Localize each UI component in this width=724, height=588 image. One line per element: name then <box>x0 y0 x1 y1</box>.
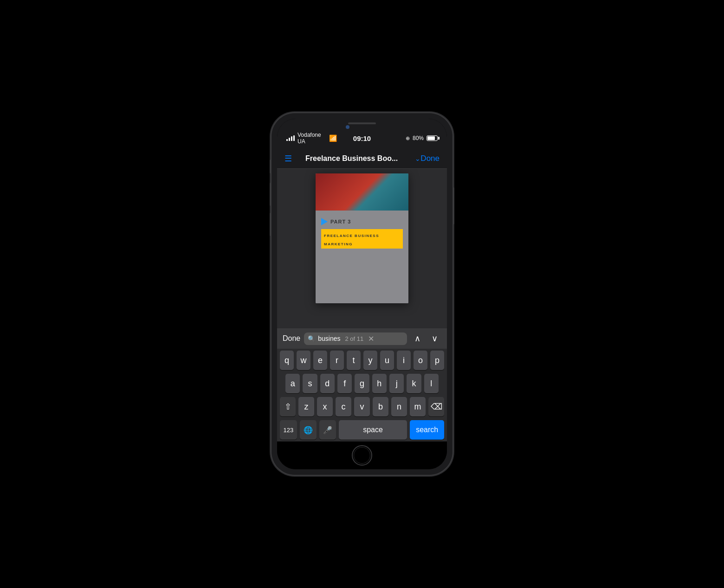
status-bar: Vodafone UA 📶 09:10 ⊕ 80% <box>277 128 447 148</box>
key-a[interactable]: a <box>285 374 300 393</box>
search-next-button[interactable]: ∨ <box>428 332 441 345</box>
shift-key[interactable]: ⇧ <box>280 397 296 416</box>
camera-dot <box>346 125 349 129</box>
screen-content: Vodafone UA 📶 09:10 ⊕ 80% ☰ Fr <box>277 119 447 469</box>
battery-percent: 80% <box>413 135 424 141</box>
search-icon: 🔍 <box>308 335 315 342</box>
key-q[interactable]: q <box>280 351 294 370</box>
keyboard-row-3: ⇧ z x c v b n m ⌫ <box>277 395 447 418</box>
book-page-main: PART 3 FREELANCE BUSINESS MARKETING <box>316 211 408 303</box>
key-s[interactable]: s <box>303 374 317 393</box>
nav-done-button[interactable]: Done <box>420 154 440 163</box>
key-o[interactable]: o <box>414 351 427 370</box>
globe-key[interactable]: 🌐 <box>300 420 317 440</box>
highlight-bar: FREELANCE BUSINESS MARKETING <box>321 229 403 249</box>
part-label: PART 3 <box>330 219 351 224</box>
keyboard-row-2: a s d f g h j k l <box>277 372 447 395</box>
mic-key[interactable]: 🎤 <box>319 420 336 440</box>
dropdown-icon[interactable]: ⌄ <box>415 155 420 162</box>
key-f[interactable]: f <box>337 374 352 393</box>
key-p[interactable]: p <box>430 351 444 370</box>
part-label-container: PART 3 <box>321 218 403 225</box>
search-key[interactable]: search <box>410 420 444 440</box>
highlight-text: FREELANCE BUSINESS MARKETING <box>324 234 379 246</box>
keyboard-row-bottom: 123 🌐 🎤 space search <box>277 418 447 441</box>
phone-screen: Vodafone UA 📶 09:10 ⊕ 80% ☰ Fr <box>277 119 447 469</box>
book-cover-top <box>316 173 408 211</box>
battery-icon <box>427 135 438 141</box>
home-button[interactable] <box>352 445 372 466</box>
space-key[interactable]: space <box>339 420 407 440</box>
key-x[interactable]: x <box>317 397 333 416</box>
key-c[interactable]: c <box>336 397 351 416</box>
volume-down-button[interactable] <box>270 213 272 236</box>
search-clear-button[interactable]: ✕ <box>368 334 374 343</box>
key-b[interactable]: b <box>373 397 388 416</box>
status-right: ⊕ 80% <box>387 135 438 141</box>
location-icon: ⊕ <box>406 135 410 141</box>
part-triangle-icon <box>321 218 328 225</box>
carrier-name: Vodafone UA <box>297 132 326 145</box>
menu-icon[interactable]: ☰ <box>284 153 292 164</box>
carrier-area: Vodafone UA 📶 <box>286 132 337 145</box>
top-notch <box>277 119 447 128</box>
nav-title: Freelance Business Boo... <box>292 154 411 163</box>
content-area: PART 3 FREELANCE BUSINESS MARKETING <box>277 169 447 328</box>
search-bar: Done 🔍 busines 2 of 11 ✕ ∧ ∨ <box>277 328 447 349</box>
volume-up-button[interactable] <box>270 183 272 206</box>
key-e[interactable]: e <box>313 351 327 370</box>
key-l[interactable]: l <box>424 374 439 393</box>
home-button-inner <box>354 447 370 464</box>
nav-bar: ☰ Freelance Business Boo... ⌄ Done <box>277 148 447 169</box>
search-query[interactable]: busines <box>318 335 340 342</box>
nav-left: ☰ <box>284 153 292 164</box>
power-button[interactable] <box>452 187 454 224</box>
key-z[interactable]: z <box>298 397 314 416</box>
backspace-key[interactable]: ⌫ <box>428 397 444 416</box>
keyboard-row-1: q w e r t y u i o p <box>277 349 447 372</box>
key-m[interactable]: m <box>410 397 426 416</box>
speaker <box>348 122 376 124</box>
search-field[interactable]: 🔍 busines 2 of 11 ✕ <box>304 332 407 345</box>
status-time: 09:10 <box>337 134 388 142</box>
key-h[interactable]: h <box>372 374 387 393</box>
key-k[interactable]: k <box>407 374 421 393</box>
key-t[interactable]: t <box>347 351 361 370</box>
mute-button[interactable] <box>270 160 272 173</box>
phone-frame: Vodafone UA 📶 09:10 ⊕ 80% ☰ Fr <box>272 113 452 475</box>
key-r[interactable]: r <box>330 351 344 370</box>
wifi-icon: 📶 <box>329 134 337 142</box>
battery-fill <box>427 136 435 140</box>
search-done-button[interactable]: Done <box>283 334 300 343</box>
numbers-key[interactable]: 123 <box>280 420 297 440</box>
key-v[interactable]: v <box>354 397 370 416</box>
key-w[interactable]: w <box>297 351 310 370</box>
book-cover-background <box>316 173 408 211</box>
key-u[interactable]: u <box>380 351 394 370</box>
book-page: PART 3 FREELANCE BUSINESS MARKETING <box>316 173 408 303</box>
key-n[interactable]: n <box>391 397 407 416</box>
key-y[interactable]: y <box>363 351 377 370</box>
keyboard: q w e r t y u i o p a s d f g <box>277 349 447 441</box>
key-j[interactable]: j <box>389 374 404 393</box>
signal-icon <box>286 135 295 141</box>
search-count: 2 of 11 <box>345 335 364 342</box>
key-i[interactable]: i <box>397 351 411 370</box>
home-button-area <box>277 441 447 469</box>
key-g[interactable]: g <box>355 374 369 393</box>
key-d[interactable]: d <box>320 374 335 393</box>
search-previous-button[interactable]: ∧ <box>411 332 424 345</box>
